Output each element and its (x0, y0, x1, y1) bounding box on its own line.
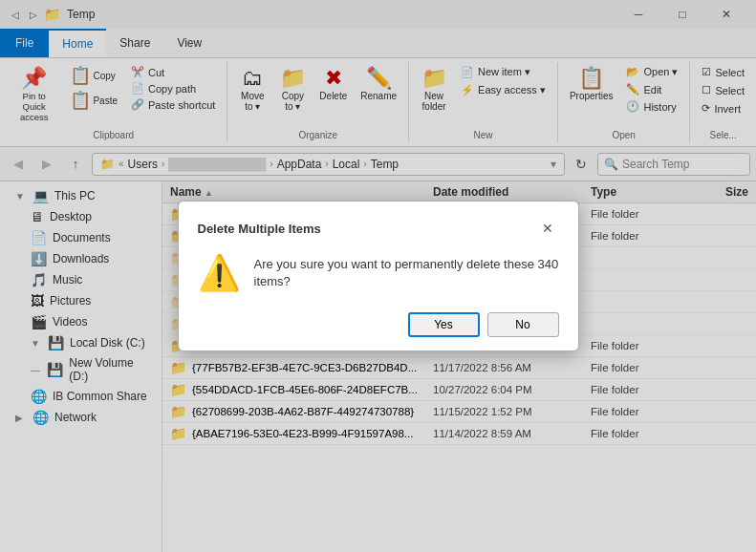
dialog-overlay: Delete Multiple Items ✕ ⚠️ Are you sure … (0, 0, 756, 552)
dialog-close-button[interactable]: ✕ (536, 217, 559, 240)
dialog-title-bar: Delete Multiple Items ✕ (198, 217, 559, 240)
yes-button[interactable]: Yes (408, 312, 480, 337)
dialog-title: Delete Multiple Items (198, 222, 321, 236)
warning-icon: ⚠️ (198, 253, 241, 293)
dialog-buttons: Yes No (198, 312, 559, 337)
no-button[interactable]: No (487, 312, 559, 337)
delete-dialog: Delete Multiple Items ✕ ⚠️ Are you sure … (178, 201, 579, 351)
dialog-message: Are you sure you want to permanently del… (254, 256, 559, 290)
dialog-body: ⚠️ Are you sure you want to permanently … (198, 253, 559, 293)
